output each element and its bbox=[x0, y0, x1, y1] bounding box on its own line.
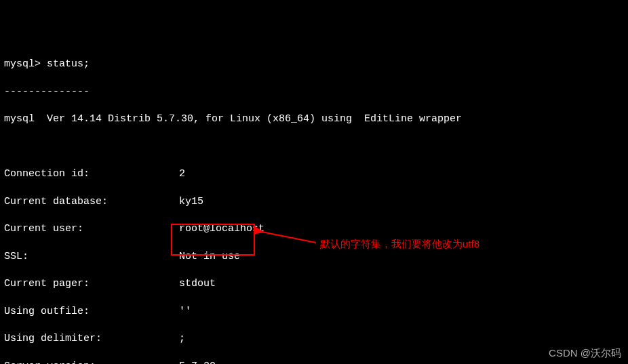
divider-top: -------------- bbox=[4, 85, 624, 99]
command-text: status; bbox=[47, 58, 90, 70]
label: Connection id: bbox=[4, 167, 179, 181]
value: 5.7.30 bbox=[179, 360, 624, 365]
row-using-outfile: Using outfile:'' bbox=[4, 305, 624, 319]
value: root@localhost bbox=[179, 222, 624, 236]
label: Current user: bbox=[4, 222, 179, 236]
value: Not in use bbox=[179, 250, 624, 264]
label: Using delimiter: bbox=[4, 332, 179, 346]
label: Using outfile: bbox=[4, 305, 179, 319]
value: ky15 bbox=[179, 195, 624, 209]
label: Current database: bbox=[4, 195, 179, 209]
watermark: CSDN @沃尔码 bbox=[549, 346, 621, 360]
value: '' bbox=[179, 305, 624, 319]
row-current-pager: Current pager:stdout bbox=[4, 277, 624, 291]
value: ; bbox=[179, 332, 624, 346]
annotation-text: 默认的字符集，我们要将他改为utf8 bbox=[320, 237, 479, 251]
blank-line bbox=[4, 140, 624, 154]
version-line: mysql Ver 14.14 Distrib 5.7.30, for Linu… bbox=[4, 113, 624, 126]
row-current-user: Current user:root@localhost bbox=[4, 222, 624, 236]
row-using-delimiter: Using delimiter:; bbox=[4, 332, 624, 346]
label: Current pager: bbox=[4, 277, 179, 291]
value: 2 bbox=[179, 167, 624, 181]
row-connection-id: Connection id:2 bbox=[4, 167, 624, 181]
mysql-prompt: mysql> bbox=[4, 58, 47, 70]
row-server-version: Server version:5.7.30 bbox=[4, 360, 624, 365]
label: Server version: bbox=[4, 360, 179, 365]
row-ssl: SSL:Not in use bbox=[4, 250, 624, 264]
row-current-database: Current database:ky15 bbox=[4, 195, 624, 209]
value: stdout bbox=[179, 277, 624, 291]
prompt-line: mysql> status; bbox=[4, 58, 624, 71]
label: SSL: bbox=[4, 250, 179, 264]
